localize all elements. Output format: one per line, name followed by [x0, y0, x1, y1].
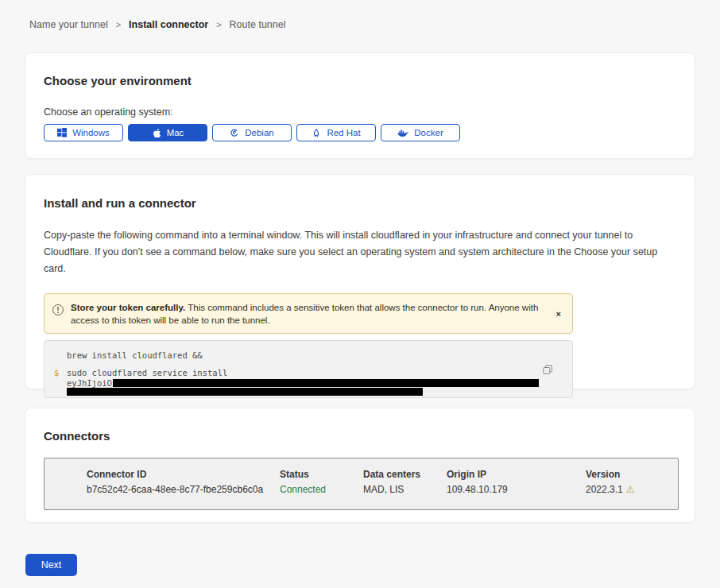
- token-warning-banner: ! Store your token carefully. This comma…: [44, 293, 573, 334]
- next-button[interactable]: Next: [25, 554, 77, 576]
- code-line-token: eyJhIjoiO: [54, 378, 561, 388]
- windows-icon: [57, 128, 67, 137]
- breadcrumb-install-connector[interactable]: Install connector: [129, 19, 208, 30]
- origin-ip-value: 109.48.10.179: [447, 484, 586, 495]
- data-centers-value: MAD, LIS: [363, 484, 447, 495]
- token-warning-title: Store your token carefully.: [71, 303, 185, 312]
- token-warning-text: Store your token carefully. This command…: [71, 300, 549, 327]
- os-select-label: Choose an operating system:: [44, 106, 676, 118]
- os-button-label: Debian: [245, 128, 273, 137]
- environment-card-title: Choose your environment: [44, 74, 676, 87]
- header-version: Version: [586, 469, 678, 480]
- breadcrumb-separator: >: [216, 20, 221, 29]
- debian-icon: [230, 128, 239, 137]
- redacted-token-bar: [67, 388, 423, 396]
- close-icon[interactable]: ×: [556, 309, 561, 319]
- os-button-windows[interactable]: Windows: [44, 124, 123, 141]
- table-header-row: Connector ID Status Data centers Origin …: [87, 469, 678, 480]
- breadcrumb-separator: >: [116, 20, 121, 29]
- os-button-label: Windows: [72, 128, 110, 137]
- code-line-text: sudo cloudflared service install: [67, 368, 227, 377]
- breadcrumb: Name your tunnel > Install connector > R…: [0, 0, 720, 30]
- install-connector-card: Install and run a connector Copy-paste t…: [25, 174, 695, 389]
- version-value: 2022.3.1 ⚠: [586, 484, 678, 495]
- warning-triangle-icon: ⚠: [626, 485, 635, 494]
- connectors-card: Connectors Connector ID Status Data cent…: [25, 408, 695, 523]
- alert-circle-icon: !: [52, 304, 64, 315]
- install-command-code-block: brew install cloudflared && $ sudo cloud…: [44, 340, 573, 398]
- version-number: 2022.3.1: [586, 484, 623, 495]
- token-prefix: eyJhIjoiO: [67, 378, 112, 388]
- header-connector-id: Connector ID: [87, 469, 280, 480]
- breadcrumb-route-tunnel[interactable]: Route tunnel: [230, 19, 286, 30]
- os-button-label: Red Hat: [327, 128, 360, 137]
- os-button-label: Mac: [167, 128, 184, 137]
- copy-icon[interactable]: [543, 365, 553, 375]
- environment-card: Choose your environment Choose an operat…: [25, 52, 695, 159]
- os-button-group: Windows Mac Debian: [44, 124, 676, 141]
- docker-icon: [397, 129, 408, 137]
- install-connector-description: Copy-paste the following command into a …: [44, 227, 676, 277]
- os-button-debian[interactable]: Debian: [212, 124, 292, 141]
- shell-prompt: $: [54, 368, 67, 377]
- header-origin-ip: Origin IP: [447, 469, 586, 480]
- code-line-service-install: $ sudo cloudflared service install: [54, 368, 561, 377]
- install-connector-title: Install and run a connector: [44, 196, 676, 210]
- os-button-label: Docker: [414, 128, 443, 137]
- connectors-table: Connector ID Status Data centers Origin …: [44, 458, 679, 510]
- redacted-token-bar: [113, 379, 539, 387]
- tunnel-setup-page: Name your tunnel > Install connector > R…: [0, 0, 720, 588]
- os-button-docker[interactable]: Docker: [381, 124, 460, 141]
- apple-icon: [152, 128, 161, 138]
- header-status: Status: [280, 469, 363, 480]
- os-button-redhat[interactable]: Red Hat: [296, 124, 376, 141]
- header-data-centers: Data centers: [363, 469, 447, 480]
- table-row: b7c52c42-6caa-48ee-8c77-fbe259cb6c0a Con…: [87, 480, 678, 495]
- code-line-brew: brew install cloudflared &&: [54, 350, 561, 360]
- connector-id-value: b7c52c42-6caa-48ee-8c77-fbe259cb6c0a: [87, 484, 280, 495]
- status-badge: Connected: [280, 484, 363, 495]
- os-button-mac[interactable]: Mac: [128, 124, 207, 141]
- redhat-icon: [312, 128, 321, 138]
- connectors-title: Connectors: [44, 429, 676, 443]
- breadcrumb-name-your-tunnel[interactable]: Name your tunnel: [29, 19, 108, 30]
